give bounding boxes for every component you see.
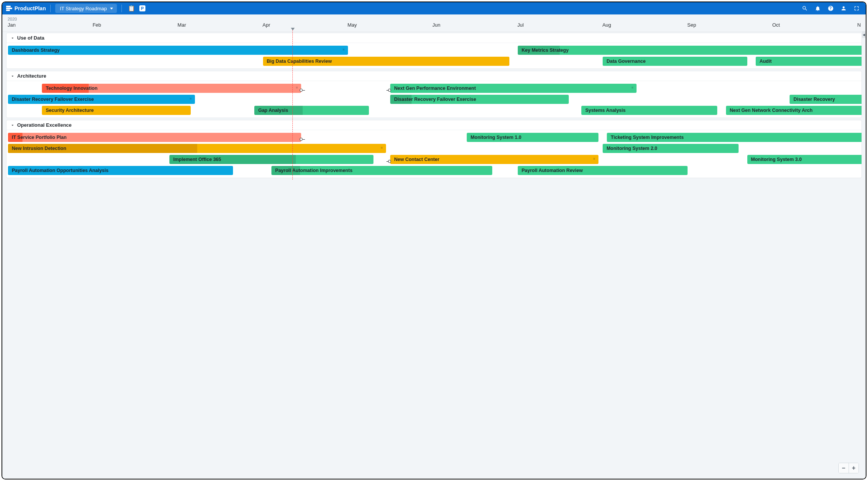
drag-handle-icon[interactable] <box>381 145 385 148</box>
month-label: Jan <box>8 22 16 28</box>
bar-label: Technology Innovation <box>46 86 97 91</box>
chevron-down-icon <box>10 36 15 40</box>
link-connector-icon[interactable] <box>388 160 392 164</box>
drag-handle-icon[interactable] <box>343 46 346 49</box>
drag-handle-icon[interactable] <box>631 84 635 88</box>
zoom-in-button[interactable]: + <box>849 463 858 473</box>
bar-label: Ticketing System Improvements <box>611 135 684 140</box>
lane-row: IT Service Portfolio PlanMonitoring Syst… <box>6 132 862 143</box>
bar-label: Payroll Automation Review <box>522 168 583 173</box>
roadmap-bar[interactable]: Gap Analysis <box>254 106 369 115</box>
roadmap-bar[interactable]: New Intrusion Detection <box>8 144 386 153</box>
month-label: Mar <box>177 22 186 28</box>
month-label: Sep <box>687 22 696 28</box>
roadmap-bar[interactable]: Big Data Capabilities Review <box>263 57 509 66</box>
lane-header[interactable]: Operational Excellence <box>6 120 862 130</box>
roadmap-bar[interactable]: IT Service Portfolio Plan <box>8 133 301 142</box>
lane-group: Use of DataDashboards StrategyKey Metric… <box>6 33 862 69</box>
bar-label: Big Data Capabilities Review <box>267 59 332 64</box>
lane-row: Dashboards StrategyKey Metrics Strategy <box>6 45 862 56</box>
roadmap-bar[interactable]: Next Gen Network Connectivity Arch <box>726 106 862 115</box>
roadmap-bar[interactable]: Disaster Recovery Failover Exercise <box>390 95 569 104</box>
roadmap-bar[interactable]: Ticketing System Improvements <box>607 133 862 142</box>
roadmap-bar[interactable]: Technology Innovation <box>42 84 301 93</box>
roadmap-bar[interactable]: New Contact Center <box>390 155 598 164</box>
roadmap-bar[interactable]: Payroll Automation Improvements <box>271 166 492 175</box>
top-bar: ProductPlan IT Strategy Roadmap 📋 P <box>2 2 866 14</box>
chevron-down-icon <box>10 123 15 127</box>
roadmap-bar[interactable]: Audit <box>756 57 862 66</box>
link-connector-icon[interactable] <box>388 89 392 92</box>
roadmap-bar[interactable]: Systems Analysis <box>581 106 717 115</box>
fullscreen-icon[interactable] <box>852 4 861 13</box>
year-label: 2020 <box>8 17 17 21</box>
zoom-controls: – + <box>838 463 859 473</box>
app-logo[interactable]: ProductPlan <box>6 5 46 11</box>
lane-header[interactable]: Architecture <box>6 71 862 81</box>
drag-handle-icon[interactable] <box>296 84 300 88</box>
roadmap-bar[interactable]: Disaster Recovery Failover Exercise <box>8 95 195 104</box>
bar-label: Payroll Automation Improvements <box>275 168 353 173</box>
month-label: Jun <box>432 22 440 28</box>
bar-label: Monitoring System 1.0 <box>471 135 521 140</box>
bar-label: Payroll Automation Opportunities Analysi… <box>12 168 108 173</box>
link-connector-icon[interactable] <box>300 138 303 142</box>
clipboard-icon[interactable]: 📋 <box>127 4 136 13</box>
roadmap-bar[interactable]: Payroll Automation Review <box>518 166 688 175</box>
drag-handle-icon[interactable] <box>593 156 597 159</box>
month-label: May <box>348 22 357 28</box>
search-icon[interactable] <box>800 4 809 13</box>
roadmap-selector[interactable]: IT Strategy Roadmap <box>55 4 116 13</box>
lane-row: Implement Office 365New Contact CenterMo… <box>6 154 862 165</box>
bar-label: Data Governance <box>606 59 646 64</box>
month-label: Feb <box>93 22 101 28</box>
roadmap-bar[interactable]: Key Metrics Strategy <box>518 46 862 55</box>
bar-label: Monitoring System 3.0 <box>751 157 802 162</box>
zoom-out-button[interactable]: – <box>839 463 849 473</box>
roadmap-bar[interactable]: Disaster Recovery <box>790 95 862 104</box>
months-row: JanFebMarAprMayJunJulAugSepOctN <box>2 22 866 30</box>
roadmap-bar[interactable]: Security Architecture <box>42 106 191 115</box>
bar-label: Next Gen Network Connectivity Arch <box>730 108 813 113</box>
drag-handle-icon[interactable] <box>190 96 193 99</box>
roadmap-bar[interactable]: Monitoring System 1.0 <box>467 133 598 142</box>
roadmap-canvas[interactable]: 2020 JanFebMarAprMayJunJulAugSepOctN ◀ U… <box>2 14 866 479</box>
bar-label: Security Architecture <box>46 108 94 113</box>
roadmap-bar[interactable]: Monitoring System 2.0 <box>603 144 739 153</box>
lane-row: New Intrusion DetectionMonitoring System… <box>6 143 862 154</box>
lane-body: Technology InnovationNext Gen Performanc… <box>6 81 862 118</box>
separator <box>50 5 51 12</box>
lane-title: Operational Excellence <box>17 122 72 128</box>
lane-body: Dashboards StrategyKey Metrics StrategyB… <box>6 43 862 68</box>
lane-group: ArchitectureTechnology InnovationNext Ge… <box>6 71 862 118</box>
bar-label: New Intrusion Detection <box>12 146 66 151</box>
month-label: Oct <box>772 22 780 28</box>
parking-lot-icon[interactable]: P <box>138 4 147 13</box>
month-label: Jul <box>517 22 524 28</box>
bar-label: Implement Office 365 <box>173 157 221 162</box>
user-icon[interactable] <box>839 4 848 13</box>
bell-icon[interactable] <box>813 4 822 13</box>
bar-label: Audit <box>760 59 772 64</box>
app-name: ProductPlan <box>14 5 46 11</box>
roadmap-bar[interactable]: Monitoring System 3.0 <box>747 155 862 164</box>
help-icon[interactable] <box>826 4 835 13</box>
month-label: Apr <box>263 22 270 28</box>
bar-label: Monitoring System 2.0 <box>606 146 657 151</box>
bar-label: Disaster Recovery <box>793 97 835 102</box>
roadmap-bar[interactable]: Dashboards Strategy <box>8 46 348 55</box>
roadmap-bar[interactable]: Next Gen Performance Environment <box>390 84 637 93</box>
lane-header[interactable]: Use of Data <box>6 33 862 43</box>
link-connector-icon[interactable] <box>300 89 303 92</box>
roadmap-bar[interactable]: Data Governance <box>603 57 747 66</box>
lane-title: Use of Data <box>17 35 45 41</box>
roadmap-title: IT Strategy Roadmap <box>60 6 107 11</box>
bar-label: Key Metrics Strategy <box>522 48 569 53</box>
lane-row: Security ArchitectureGap AnalysisSystems… <box>6 105 862 116</box>
roadmap-bar[interactable]: Payroll Automation Opportunities Analysi… <box>8 166 233 175</box>
bar-label: Disaster Recovery Failover Exercise <box>12 97 94 102</box>
bar-label: Systems Analysis <box>585 108 625 113</box>
lane-row: Big Data Capabilities ReviewData Governa… <box>6 56 862 67</box>
month-label: N <box>857 22 861 28</box>
roadmap-bar[interactable]: Implement Office 365 <box>169 155 373 164</box>
